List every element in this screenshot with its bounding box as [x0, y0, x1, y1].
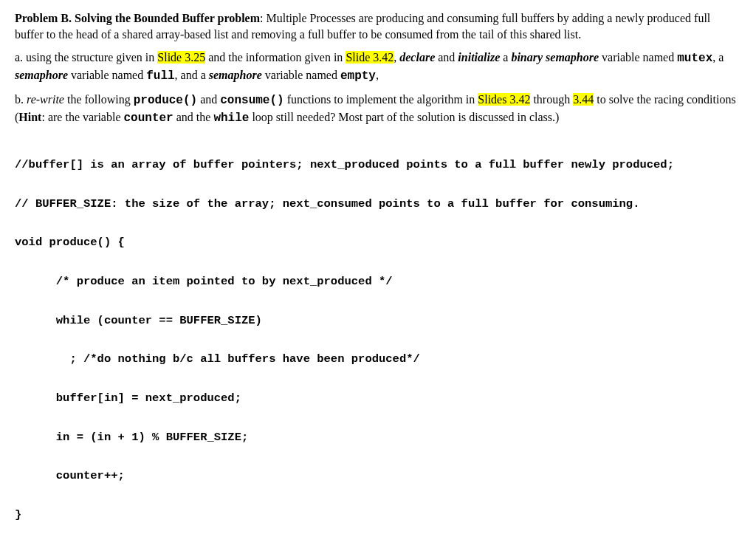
text: the following	[64, 93, 134, 106]
text: loop still needed? Most part of the solu…	[249, 111, 559, 123]
problem-intro: Problem B. Solving the Bounded Buffer pr…	[15, 10, 741, 42]
text: , and a	[175, 69, 209, 81]
kw-rewrite: re-write	[27, 93, 64, 106]
text: and	[435, 51, 458, 64]
var-mutex: mutex	[677, 52, 712, 65]
slide-ref-325: Slide 3.25	[157, 51, 205, 64]
text: through	[530, 93, 573, 106]
code-line: ; /*do nothing b/c all buffers have been…	[15, 349, 741, 369]
text: variable named	[68, 69, 146, 81]
slide-ref-342b: Slides 3.42	[478, 93, 530, 106]
code-block: //buffer[] is an array of buffer pointer…	[15, 136, 741, 537]
kw-declare: declare	[399, 51, 435, 64]
code-line: }	[15, 505, 741, 524]
fn-consume: consume()	[220, 94, 284, 107]
text: ,	[376, 69, 379, 81]
part-a: a. using the structure given in Slide 3.…	[15, 49, 741, 84]
text: variable named	[262, 69, 340, 81]
kw-initialize: initialize	[458, 51, 500, 64]
var-empty: empty	[340, 69, 376, 83]
text: and the information given in	[205, 51, 346, 64]
slide-ref-344: 3.44	[573, 93, 594, 106]
fn-produce: produce()	[134, 94, 197, 107]
text: b.	[15, 93, 27, 106]
part-b: b. re-write the following produce() and …	[15, 92, 741, 126]
code-line: //buffer[] is an array of buffer pointer…	[15, 155, 741, 174]
text: , a	[712, 51, 724, 64]
kw-while: while	[213, 112, 249, 125]
text: : are the variable	[41, 111, 123, 123]
code-line: void produce() {	[15, 233, 741, 252]
kw-binary-semaphore: binary semaphore	[511, 51, 599, 64]
slide-ref-342: Slide 3.42	[346, 51, 394, 64]
code-line: /* produce an item pointed to by next_pr…	[15, 272, 741, 291]
text: and the	[173, 111, 214, 123]
kw-hint: Hint	[18, 111, 41, 123]
text: variable named	[599, 51, 677, 64]
problem-label: Problem B. Solving the Bounded Buffer pr…	[15, 12, 260, 24]
text: a. using the structure given in	[15, 51, 157, 64]
code-line: in = (in + 1) % BUFFER_SIZE;	[15, 428, 741, 447]
text: a	[500, 51, 511, 64]
code-line: counter++;	[15, 466, 741, 485]
kw-semaphore-2: semaphore	[209, 69, 262, 81]
text: functions to implement the algorithm in	[284, 93, 478, 106]
code-line: buffer[in] = next_produced;	[15, 389, 741, 408]
code-line: // BUFFER_SIZE: the size of the array; n…	[15, 194, 741, 213]
var-counter: counter	[124, 112, 173, 125]
code-line: while (counter == BUFFER_SIZE)	[15, 311, 741, 330]
text: and	[197, 93, 220, 106]
kw-semaphore-1: semaphore	[15, 69, 68, 81]
var-full: full	[146, 69, 174, 83]
